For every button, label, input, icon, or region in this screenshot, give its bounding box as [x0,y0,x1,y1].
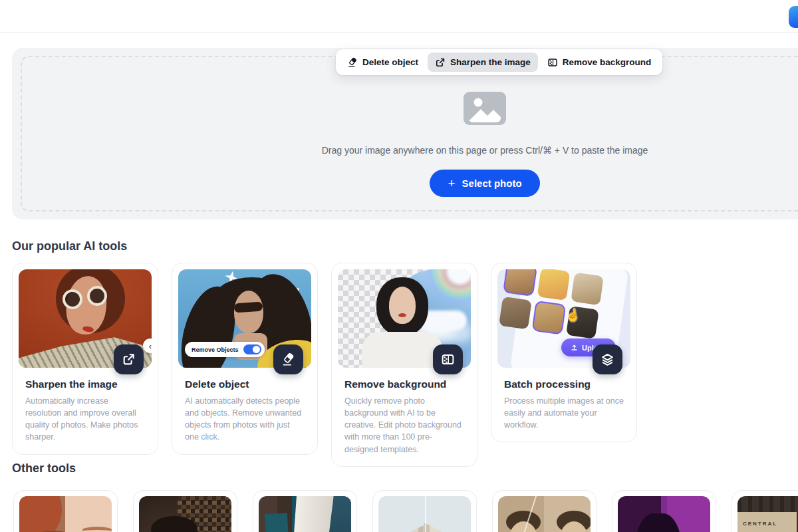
thumbnail-building [378,496,471,532]
thumbnail-freckled-portrait [19,496,112,532]
plus-icon: + [448,177,455,190]
card-image [338,269,471,368]
upload-icon [571,344,578,351]
eraser-icon [347,57,358,68]
drag-hint-text: Drag your image anywhere on this page or… [322,145,648,156]
quick-tools-toolbar: Delete object Sharpen the image R [336,49,662,75]
card-title: Remove background [344,378,464,390]
thumbnail-low-light [618,496,710,532]
card-image: ‹ [19,269,152,368]
sharpen-icon [114,344,144,374]
card-image: ☝ Upload [497,269,630,368]
tab-delete-object[interactable]: Delete object [340,53,426,72]
card-sharpen-the-image[interactable]: ‹ Sharpen the image Automatically increa… [12,263,158,455]
other-tool-card-low-light[interactable] [612,490,716,532]
card-description: Automatically increase resolution and im… [25,395,145,444]
remove-objects-toggle[interactable]: Remove Objects [185,342,265,357]
thumbnail-colorize: CENTRAL [737,496,798,532]
profile-avatar[interactable] [789,6,798,28]
select-photo-label: Select photo [462,178,522,189]
layers-icon [593,344,622,374]
thumbnail-old-photo [498,496,591,532]
top-bar [0,0,798,33]
other-tools-row: PUT A RUN OF [13,490,798,532]
select-photo-button[interactable]: + Select photo [430,170,539,197]
thumbnail-pixelated-portrait [139,496,231,532]
card-description: AI automatically detects people and obje… [185,395,305,444]
card-batch-processing[interactable]: ☝ Upload Batch processin [491,263,637,442]
toggle-switch-on [243,344,261,354]
other-tool-card-colorize[interactable]: CENTRAL [732,490,798,532]
card-description: Quickly remove photo background with AI … [344,395,464,456]
card-delete-object[interactable]: Remove Objects Delete object AI automat [172,263,318,455]
other-tool-card-book[interactable]: PUT A RUN OF [253,490,357,532]
remove-background-icon [547,57,558,68]
popular-tools-heading: Our popular AI tools [12,239,127,253]
card-image: Remove Objects [178,269,311,368]
tab-remove-background[interactable]: Remove background [540,53,659,72]
other-tool-card-pixelated-portrait[interactable] [133,490,237,532]
page: Drag your image anywhere on this page or… [0,0,798,532]
eraser-icon [273,344,303,374]
tab-sharpen-the-image[interactable]: Sharpen the image [428,53,538,72]
other-tool-card-old-photo[interactable] [492,490,597,532]
card-title: Batch processing [504,378,624,390]
remove-background-icon [433,344,463,374]
hand-cursor-icon: ☝ [565,307,581,324]
image-placeholder-icon [464,92,506,128]
other-tools-heading: Other tools [12,462,76,475]
card-remove-background[interactable]: Remove background Quickly remove photo b… [331,263,477,467]
other-tool-card-building[interactable] [372,490,477,532]
card-description: Process multiple images at once easily a… [504,395,624,431]
sharpen-icon [435,57,446,68]
popular-tools-row: ‹ Sharpen the image Automatically increa… [12,263,637,467]
card-title: Sharpen the image [25,378,145,390]
other-tool-card-freckled-portrait[interactable] [13,490,118,532]
card-title: Delete object [185,378,305,390]
thumbnail-book: PUT A RUN OF [259,496,351,532]
